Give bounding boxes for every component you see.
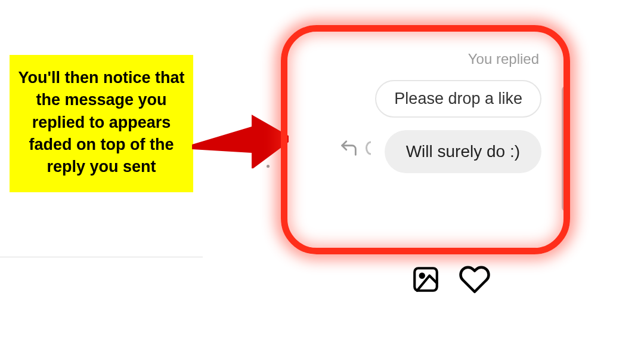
message-hover-actions	[337, 136, 386, 160]
annotation-callout: You'll then notice that the message you …	[10, 55, 193, 192]
quoted-message-text: Please drop a like	[394, 90, 522, 107]
heart-icon[interactable]	[458, 263, 491, 296]
gallery-icon[interactable]	[409, 263, 442, 296]
quoted-message-bubble[interactable]: Please drop a like	[375, 80, 541, 118]
svg-marker-0	[192, 115, 293, 168]
chat-panel: You replied Please drop a like Will sure…	[289, 36, 562, 251]
message-input-actions	[409, 263, 491, 296]
you-replied-label: You replied	[468, 51, 539, 67]
arrow-icon	[192, 115, 293, 168]
reply-message-bubble[interactable]: Will surely do :)	[385, 130, 541, 173]
reply-arrow-icon[interactable]	[337, 136, 361, 160]
scrollbar-thumb[interactable]	[562, 86, 570, 211]
callout-text: You'll then notice that the message you …	[18, 69, 185, 176]
svg-point-2	[420, 274, 424, 278]
more-options-icon[interactable]	[362, 136, 386, 160]
reply-message-text: Will surely do :)	[406, 142, 520, 161]
divider-line	[0, 257, 203, 257]
